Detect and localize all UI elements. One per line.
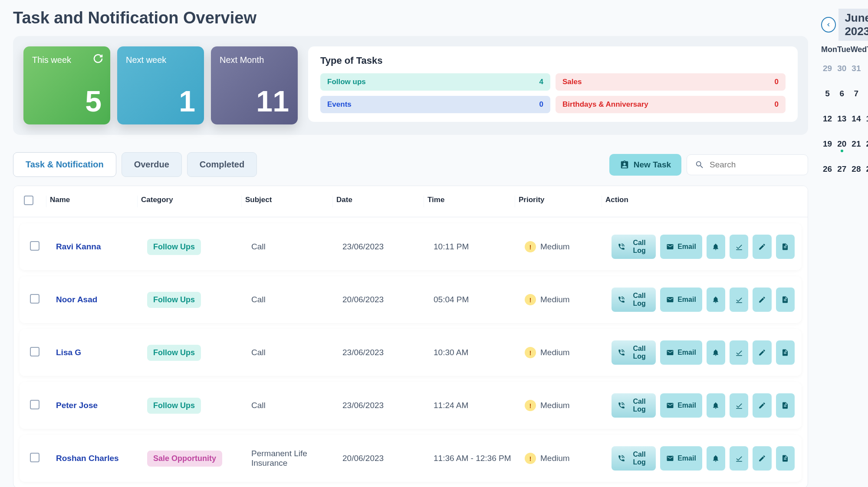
edit-button[interactable] bbox=[753, 446, 771, 471]
event-dot-icon bbox=[841, 150, 843, 152]
phone-icon bbox=[618, 296, 625, 304]
row-name-link[interactable]: Peter Jose bbox=[56, 401, 98, 410]
calendar-cell[interactable]: 5 bbox=[821, 82, 834, 105]
calendar-cell[interactable]: 27 bbox=[835, 157, 848, 181]
notify-button[interactable] bbox=[707, 446, 725, 471]
calendar-cell[interactable]: 31 bbox=[850, 57, 862, 80]
edit-button[interactable] bbox=[753, 235, 771, 259]
row-checkbox[interactable] bbox=[30, 347, 39, 356]
calendar-cell[interactable]: 29 bbox=[864, 157, 868, 181]
call-log-button[interactable]: Call Log bbox=[612, 288, 656, 312]
notify-button[interactable] bbox=[707, 288, 725, 312]
row-name-link[interactable]: Ravi Kanna bbox=[56, 242, 101, 251]
search-box[interactable] bbox=[687, 154, 808, 175]
calendar-cell[interactable]: 13 bbox=[835, 107, 848, 131]
row-priority: !Medium bbox=[521, 400, 608, 411]
calendar-cell[interactable]: 26 bbox=[821, 157, 834, 181]
tab-task-notification[interactable]: Task & Notification bbox=[13, 152, 116, 177]
row-date: 23/06/2023 bbox=[339, 242, 430, 252]
select-all-checkbox[interactable] bbox=[24, 196, 33, 205]
calendar-cell[interactable]: 6 bbox=[835, 82, 848, 105]
document-button[interactable] bbox=[776, 235, 795, 259]
complete-button[interactable] bbox=[730, 393, 748, 418]
document-button[interactable] bbox=[776, 393, 795, 418]
row-name-link[interactable]: Roshan Charles bbox=[56, 454, 119, 463]
svg-rect-4 bbox=[736, 461, 742, 462]
document-button[interactable] bbox=[776, 340, 795, 365]
email-button[interactable]: Email bbox=[660, 446, 702, 471]
email-button[interactable]: Email bbox=[660, 340, 702, 365]
edit-button[interactable] bbox=[753, 288, 771, 312]
row-checkbox[interactable] bbox=[30, 294, 39, 304]
calendar-cell[interactable]: 29 bbox=[821, 57, 834, 80]
document-button[interactable] bbox=[776, 446, 795, 471]
notify-button[interactable] bbox=[707, 393, 725, 418]
email-button[interactable]: Email bbox=[660, 393, 702, 418]
call-log-button[interactable]: Call Log bbox=[612, 393, 656, 418]
calendar-cell[interactable]: 1 bbox=[864, 57, 868, 80]
email-button[interactable]: Email bbox=[660, 288, 702, 312]
calendar-prev-button[interactable] bbox=[821, 17, 836, 33]
calendar-cell[interactable]: 7 bbox=[850, 82, 862, 105]
calendar-cell[interactable]: 12 bbox=[821, 107, 834, 131]
row-checkbox[interactable] bbox=[30, 241, 39, 251]
card-label: Next week bbox=[126, 55, 195, 65]
complete-button[interactable] bbox=[730, 288, 748, 312]
check-icon bbox=[735, 296, 743, 304]
type-followups[interactable]: Follow ups 4 bbox=[320, 73, 550, 91]
search-input[interactable] bbox=[710, 160, 812, 170]
complete-button[interactable] bbox=[730, 446, 748, 471]
calendar-cell[interactable]: 22 bbox=[864, 132, 868, 156]
clipboard-icon bbox=[620, 160, 629, 170]
document-button[interactable] bbox=[776, 288, 795, 312]
tab-completed[interactable]: Completed bbox=[187, 152, 257, 177]
type-birthdays[interactable]: Birthdays & Anniversary 0 bbox=[556, 96, 786, 113]
email-button[interactable]: Email bbox=[660, 235, 702, 259]
row-subject: Call bbox=[248, 401, 339, 410]
calendar-cell[interactable]: 21 bbox=[850, 132, 862, 156]
col-time: Time bbox=[424, 196, 515, 207]
col-category: Category bbox=[138, 196, 242, 207]
overview-panel: This week 5 Next week 1 Next Month 11 Ty… bbox=[13, 36, 808, 135]
calendar-cell[interactable]: 8 bbox=[864, 82, 868, 105]
mail-icon bbox=[666, 243, 674, 251]
calendar-cell[interactable]: 15 bbox=[864, 107, 868, 131]
type-sales[interactable]: Sales 0 bbox=[556, 73, 786, 91]
document-icon bbox=[781, 296, 789, 304]
calendar-cell[interactable]: 14 bbox=[850, 107, 862, 131]
row-priority: !Medium bbox=[521, 294, 608, 305]
row-name-link[interactable]: Noor Asad bbox=[56, 295, 97, 304]
calendar-cell[interactable]: 30 bbox=[835, 57, 848, 80]
priority-icon: ! bbox=[525, 294, 536, 305]
row-date: 23/06/2023 bbox=[339, 348, 430, 357]
row-checkbox[interactable] bbox=[30, 453, 39, 462]
pencil-icon bbox=[758, 296, 766, 304]
row-name-link[interactable]: Lisa G bbox=[56, 348, 81, 357]
notify-button[interactable] bbox=[707, 235, 725, 259]
card-label: Next Month bbox=[220, 55, 289, 65]
complete-button[interactable] bbox=[730, 340, 748, 365]
type-count: 4 bbox=[539, 78, 543, 86]
calendar-cell[interactable]: 19 bbox=[821, 132, 834, 156]
tab-overdue[interactable]: Overdue bbox=[122, 152, 182, 177]
call-log-button[interactable]: Call Log bbox=[612, 235, 656, 259]
refresh-icon[interactable] bbox=[93, 53, 103, 64]
call-log-button[interactable]: Call Log bbox=[612, 340, 656, 365]
bell-icon bbox=[712, 402, 720, 409]
row-checkbox[interactable] bbox=[30, 400, 39, 409]
row-time: 11:36 AM - 12:36 PM bbox=[430, 454, 521, 463]
calendar-cell[interactable]: 20 bbox=[835, 132, 848, 156]
complete-button[interactable] bbox=[730, 235, 748, 259]
call-log-button[interactable]: Call Log bbox=[612, 446, 656, 471]
type-events[interactable]: Events 0 bbox=[320, 96, 550, 113]
notify-button[interactable] bbox=[707, 340, 725, 365]
card-next-week[interactable]: Next week 1 bbox=[117, 46, 204, 124]
edit-button[interactable] bbox=[753, 340, 771, 365]
tasks-table: Name Category Subject Date Time Priority… bbox=[13, 186, 808, 487]
calendar-cell[interactable]: 28 bbox=[850, 157, 862, 181]
edit-button[interactable] bbox=[753, 393, 771, 418]
card-next-month[interactable]: Next Month 11 bbox=[211, 46, 298, 124]
new-task-button[interactable]: New Task bbox=[609, 154, 681, 176]
table-row: Ravi Kanna Follow Ups Call 23/06/2023 10… bbox=[20, 223, 802, 270]
card-this-week[interactable]: This week 5 bbox=[23, 46, 110, 124]
